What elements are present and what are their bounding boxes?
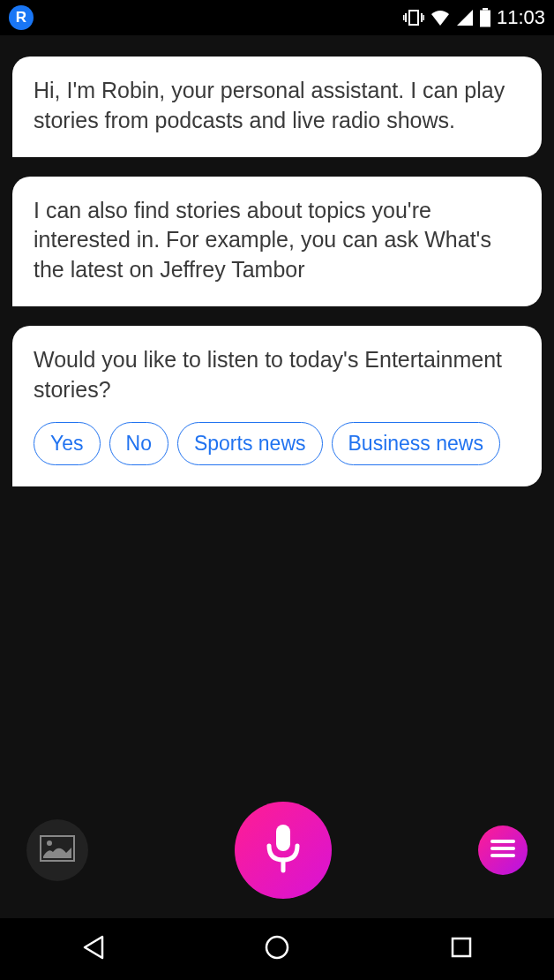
home-circle-icon	[264, 934, 290, 964]
option-sports-news[interactable]: Sports news	[177, 422, 323, 465]
assistant-message: Would you like to listen to today's Ente…	[12, 326, 542, 487]
svg-point-14	[266, 937, 288, 958]
battery-icon	[479, 8, 491, 27]
svg-rect-15	[453, 939, 470, 956]
status-bar: R 11:03	[0, 0, 554, 35]
status-time: 11:03	[497, 6, 545, 29]
svg-point-8	[47, 841, 52, 846]
svg-rect-0	[409, 11, 418, 25]
microphone-icon	[265, 823, 302, 878]
option-yes[interactable]: Yes	[34, 422, 101, 465]
app-badge-icon: R	[9, 5, 34, 30]
nav-back-button[interactable]	[40, 935, 146, 963]
cell-signal-icon	[456, 9, 474, 26]
app-badge-letter: R	[16, 9, 26, 26]
option-no[interactable]: No	[109, 422, 168, 465]
assistant-message: Hi, I'm Robin, your personal assistant. …	[12, 57, 542, 157]
svg-rect-5	[483, 8, 488, 11]
svg-rect-6	[480, 11, 490, 27]
vibrate-icon	[403, 9, 424, 26]
recent-square-icon	[450, 936, 473, 962]
nav-home-button[interactable]	[224, 934, 330, 964]
hamburger-icon	[490, 839, 515, 862]
menu-button[interactable]	[478, 825, 528, 875]
microphone-button[interactable]	[235, 802, 332, 899]
assistant-message: I can also find stories about topics you…	[12, 177, 542, 306]
nav-recent-button[interactable]	[408, 936, 514, 962]
message-text: Would you like to listen to today's Ente…	[34, 347, 502, 402]
status-bar-right: 11:03	[403, 6, 545, 29]
bottom-controls	[0, 793, 554, 908]
map-photo-icon	[40, 835, 75, 865]
option-chips-row: Yes No Sports news Business news	[34, 422, 520, 465]
wifi-icon	[430, 9, 451, 26]
option-business-news[interactable]: Business news	[332, 422, 500, 465]
status-bar-left: R	[9, 5, 34, 30]
back-triangle-icon	[81, 935, 104, 963]
message-text: Hi, I'm Robin, your personal assistant. …	[34, 78, 505, 132]
messages-container: Hi, I'm Robin, your personal assistant. …	[0, 35, 554, 486]
svg-rect-9	[276, 825, 290, 851]
message-text: I can also find stories about topics you…	[34, 198, 491, 283]
navigation-bar	[0, 918, 554, 980]
map-button[interactable]	[26, 819, 88, 881]
